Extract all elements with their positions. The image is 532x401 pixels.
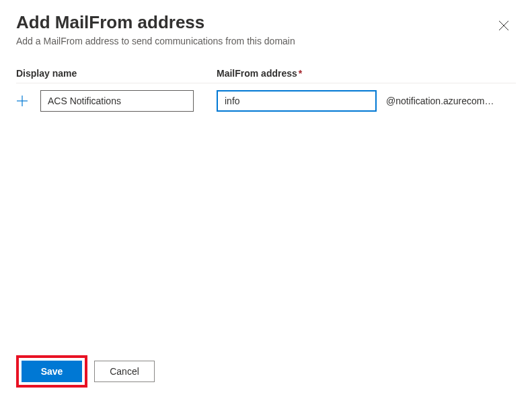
divider	[16, 83, 516, 83]
required-indicator: *	[299, 68, 302, 79]
display-name-input[interactable]	[40, 90, 194, 112]
page-subtitle: Add a MailFrom address to send communica…	[16, 36, 494, 46]
close-icon	[498, 20, 509, 31]
page-title: Add MailFrom address	[16, 12, 494, 33]
plus-icon	[16, 95, 28, 107]
display-name-label: Display name	[16, 68, 217, 79]
save-button-highlight: Save	[16, 355, 87, 388]
close-button[interactable]	[494, 16, 513, 37]
save-button[interactable]: Save	[22, 361, 82, 382]
cancel-button[interactable]: Cancel	[94, 361, 155, 382]
domain-suffix: @notification.azurecom…	[386, 96, 494, 106]
mailfrom-address-label: MailFrom address*	[217, 68, 302, 79]
mailfrom-address-input[interactable]	[217, 90, 377, 112]
add-button[interactable]	[16, 95, 40, 107]
